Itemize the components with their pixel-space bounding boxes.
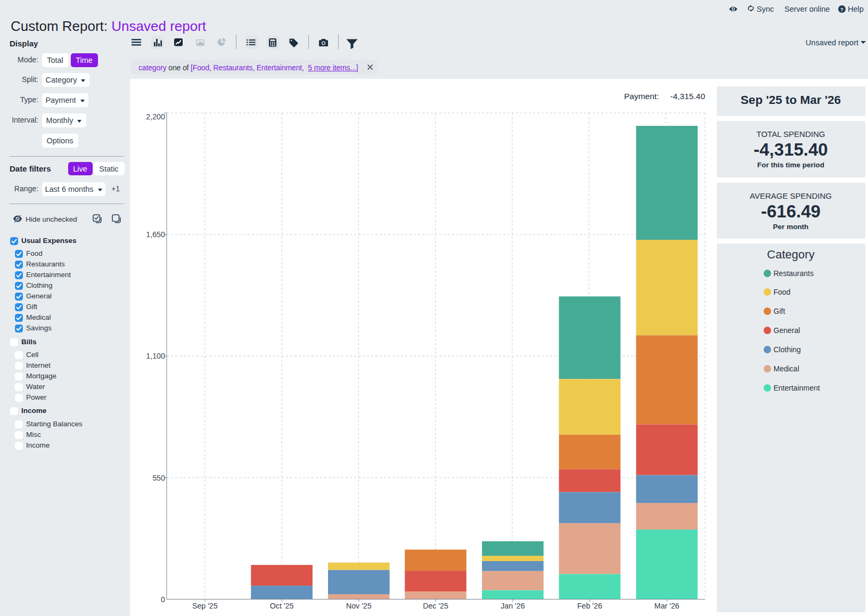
svg-text:2,200: 2,200 [146, 112, 165, 121]
svg-text:Jan '26: Jan '26 [501, 602, 525, 610]
svg-text:Sep '25: Sep '25 [192, 602, 218, 610]
svg-text:Nov '25: Nov '25 [346, 602, 372, 610]
svg-text:Feb '26: Feb '26 [577, 602, 602, 610]
svg-text:Mar '26: Mar '26 [654, 602, 679, 610]
svg-text:Oct '25: Oct '25 [270, 602, 294, 610]
svg-text:1,650: 1,650 [146, 230, 165, 239]
svg-text:550: 550 [152, 474, 165, 482]
svg-text:Dec '25: Dec '25 [423, 602, 448, 610]
svg-text:1,100: 1,100 [146, 352, 165, 360]
svg-text:0: 0 [161, 595, 165, 604]
